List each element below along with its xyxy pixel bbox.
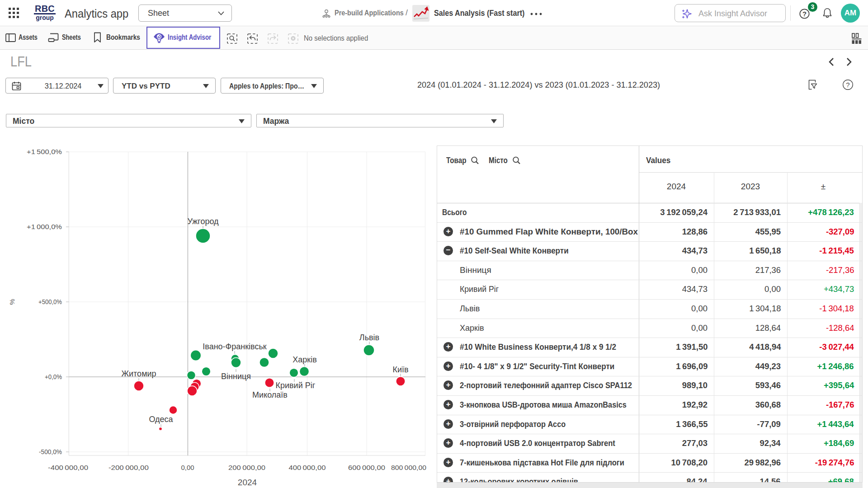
- svg-text:-200 000,00: -200 000,00: [108, 464, 149, 471]
- svg-text:200 000,00: 200 000,00: [228, 464, 265, 471]
- svg-text:Вінниця: Вінниця: [221, 372, 251, 381]
- svg-text:Харків: Харків: [292, 355, 316, 364]
- svg-text:Ужгород: Ужгород: [187, 217, 219, 226]
- svg-text:+0,0%: +0,0%: [45, 373, 62, 380]
- svg-text:Львів: Львів: [359, 333, 379, 342]
- svg-text:+500,0%: +500,0%: [38, 298, 62, 305]
- svg-text:%: %: [8, 299, 16, 305]
- svg-text:0,00: 0,00: [181, 464, 194, 471]
- svg-text:-400 000,00: -400 000,00: [48, 464, 88, 471]
- svg-text:Київ: Київ: [392, 365, 408, 374]
- svg-text:600 000,00: 600 000,00: [348, 464, 385, 471]
- svg-text:2024: 2024: [238, 478, 257, 487]
- svg-text:+1 000,0%: +1 000,0%: [27, 223, 62, 230]
- svg-text:Одеса: Одеса: [149, 415, 173, 424]
- svg-text:800 000,00: 800 000,00: [391, 464, 426, 471]
- svg-text:Житомир: Житомир: [121, 369, 156, 378]
- svg-text:?: ?: [846, 81, 849, 89]
- svg-text:-500,0%: -500,0%: [39, 448, 62, 455]
- svg-text:400 000,00: 400 000,00: [289, 464, 326, 471]
- svg-text:+1 500,0%: +1 500,0%: [27, 148, 62, 155]
- svg-text:Миколаїв: Миколаїв: [252, 390, 288, 399]
- svg-text:?: ?: [802, 10, 807, 18]
- svg-text:Кривий Ріг: Кривий Ріг: [276, 381, 316, 390]
- svg-text:Івано-Франківськ: Івано-Франківськ: [203, 342, 267, 351]
